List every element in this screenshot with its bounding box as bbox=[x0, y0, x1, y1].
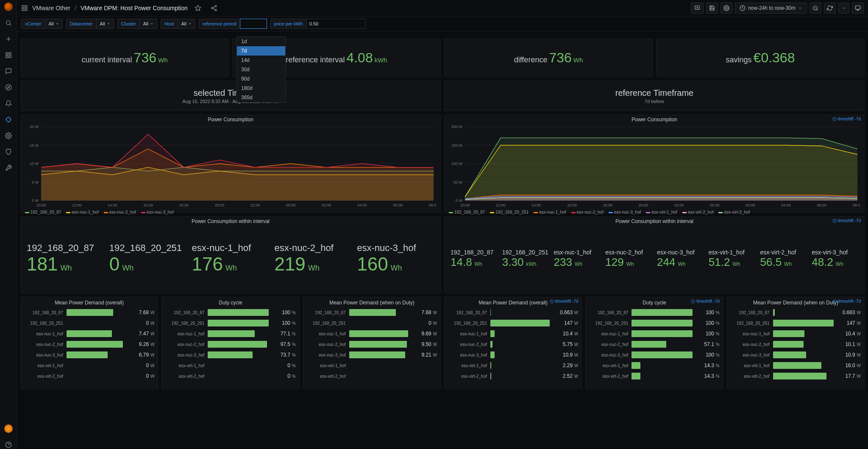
svg-text:22:00: 22:00 bbox=[674, 203, 684, 207]
price-input[interactable] bbox=[306, 19, 366, 29]
panel-interval-left[interactable]: Power Consumption within interval 192_16… bbox=[20, 216, 441, 293]
breadcrumb-root[interactable]: VMware Other bbox=[32, 5, 70, 11]
panel-selected-timeframe[interactable]: selected Timeframe Aug 15, 2022 8:32 AM … bbox=[20, 81, 441, 111]
var-price[interactable]: price per kWh bbox=[270, 19, 366, 29]
reference-period-input[interactable] bbox=[240, 19, 267, 29]
zoom-out-button[interactable] bbox=[810, 3, 821, 14]
save-button[interactable] bbox=[706, 3, 718, 14]
panel-power-consumption-right[interactable]: Power Consumption timeshift -7d 0 W50 W1… bbox=[444, 114, 865, 213]
bar-panel[interactable]: timeshift -7dMean Power Demand (when on … bbox=[727, 297, 865, 389]
svg-line-27 bbox=[213, 6, 215, 8]
share-icon[interactable] bbox=[208, 3, 220, 14]
dropdown-option[interactable]: 7d bbox=[237, 46, 285, 56]
star-icon[interactable] bbox=[192, 3, 204, 14]
legend-item[interactable]: esx-virt-3_hof bbox=[718, 210, 750, 215]
dropdown-option[interactable]: 90d bbox=[237, 74, 285, 84]
bar-panel[interactable]: timeshift -7dMean Power Demand (overall)… bbox=[444, 297, 582, 389]
svg-text:5 W: 5 W bbox=[32, 180, 39, 184]
legend-item[interactable]: esx-virt-2_hof bbox=[682, 210, 714, 215]
var-cluster[interactable]: Cluster All bbox=[117, 19, 157, 29]
reference-period-dropdown[interactable]: 1d7d14d30d90d180d365d bbox=[236, 36, 286, 103]
var-host[interactable]: Host All bbox=[161, 19, 195, 29]
svg-point-31 bbox=[726, 7, 727, 9]
bar-item: esx-virt-2_hof bbox=[307, 373, 437, 379]
bar-item: esx-virt-2_hof 17.7 W bbox=[731, 373, 861, 379]
legend-item[interactable]: 192_168_20_87 bbox=[25, 210, 61, 215]
legend-item[interactable]: esx-nuc-1_hof bbox=[66, 210, 98, 215]
bar-item: esx-nuc-1_hof 100 % bbox=[589, 330, 719, 337]
bar-item: esx-nuc-2_hof 5.75 W bbox=[448, 341, 578, 348]
svg-text:18:00: 18:00 bbox=[603, 203, 612, 207]
svg-line-26 bbox=[213, 8, 215, 10]
var-datacenter[interactable]: Datacenter All bbox=[66, 19, 114, 29]
help-icon[interactable] bbox=[4, 441, 13, 449]
interval-cell: esx-nuc-3_hof 244Wh bbox=[654, 225, 706, 292]
bar-panel[interactable]: Mean Power Demand (when on Duty) 192_168… bbox=[303, 297, 441, 389]
svg-rect-7 bbox=[9, 56, 11, 58]
legend-item[interactable]: esx-nuc-2_hof bbox=[104, 210, 136, 215]
timeshift-badge: timeshift -7d bbox=[832, 299, 861, 304]
legend-item[interactable]: esx-nuc-3_hof bbox=[141, 210, 173, 215]
svg-text:10 W: 10 W bbox=[30, 162, 39, 166]
timeshift-badge: timeshift -7d bbox=[832, 117, 861, 121]
svg-text:16:00: 16:00 bbox=[567, 203, 577, 207]
dropdown-option[interactable]: 1d bbox=[237, 37, 285, 46]
svg-rect-6 bbox=[6, 56, 8, 58]
legend-item[interactable]: 192_168_20_251 bbox=[490, 210, 529, 215]
dropdown-option[interactable]: 14d bbox=[237, 56, 285, 65]
dropdown-option[interactable]: 180d bbox=[237, 84, 285, 93]
stat-savings[interactable]: savings€0.368 bbox=[656, 38, 865, 77]
dropdown-option[interactable]: 365d bbox=[237, 93, 285, 102]
shield-icon[interactable] bbox=[4, 148, 13, 156]
plus-icon[interactable] bbox=[4, 35, 13, 43]
legend-item[interactable]: esx-nuc-2_hof bbox=[571, 210, 604, 215]
legend-item[interactable]: 192_168_20_87 bbox=[449, 210, 485, 215]
wrench-icon[interactable] bbox=[4, 164, 13, 172]
legend-item[interactable]: esx-nuc-1_hof bbox=[534, 210, 566, 215]
svg-point-8 bbox=[6, 84, 11, 90]
add-panel-button[interactable] bbox=[691, 3, 704, 14]
var-vcenter[interactable]: vCenter All bbox=[21, 19, 63, 29]
svg-rect-4 bbox=[6, 53, 8, 55]
panel-power-consumption-left[interactable]: Power Consumption 0 W5 W10 W15 W20 W10:0… bbox=[20, 114, 441, 213]
refresh-button[interactable] bbox=[824, 3, 836, 14]
stat-current-interval[interactable]: current interval736Wh bbox=[20, 38, 229, 77]
legend-item[interactable]: esx-nuc-3_hof bbox=[609, 210, 641, 215]
bar-item: esx-nuc-2_hof 10.1 W bbox=[731, 341, 861, 348]
grafana-logo[interactable] bbox=[4, 3, 13, 11]
gear-icon[interactable] bbox=[4, 131, 13, 140]
svg-rect-19 bbox=[25, 6, 27, 8]
time-picker[interactable]: now-24h to now-30m bbox=[735, 3, 807, 14]
search-icon[interactable] bbox=[4, 19, 13, 27]
bar-panel[interactable]: timeshift -7dDuty cycle 192_168_20_87 10… bbox=[585, 297, 723, 389]
var-bar: vCenter All Datacenter All Cluster All H… bbox=[17, 16, 868, 31]
dashboard-grid-icon bbox=[21, 5, 28, 11]
bar-item: esx-nuc-2_hof 9.26 W bbox=[24, 341, 154, 348]
bar-item: esx-virt-1_hof 14.3 % bbox=[589, 362, 719, 369]
legend-item[interactable]: esx-virt-1_hof bbox=[646, 210, 677, 215]
bar-item: esx-virt-1_hof 0 % bbox=[165, 362, 295, 369]
avatar[interactable] bbox=[4, 424, 13, 433]
refresh-interval-button[interactable] bbox=[838, 3, 849, 14]
monitor-icon[interactable] bbox=[852, 3, 864, 14]
comment-icon[interactable] bbox=[4, 67, 13, 75]
svg-text:20:00: 20:00 bbox=[639, 203, 648, 207]
bar-item: esx-nuc-1_hof 10.4 W bbox=[448, 330, 578, 337]
panel-interval-right[interactable]: Power Consumption within interval timesh… bbox=[444, 216, 865, 293]
bar-item: esx-virt-1_hof 0 W bbox=[24, 362, 154, 369]
active-crosshair-icon[interactable] bbox=[4, 115, 13, 124]
stat-difference[interactable]: difference736Wh bbox=[444, 38, 653, 77]
dropdown-option[interactable]: 30d bbox=[237, 65, 285, 74]
settings-button[interactable] bbox=[721, 3, 732, 14]
bar-panel[interactable]: Duty cycle 192_168_20_87 100 % 192_168_2… bbox=[161, 297, 299, 389]
panel-reference-timeframe[interactable]: reference Timeframe 7d before bbox=[444, 81, 865, 111]
alert-icon[interactable] bbox=[4, 99, 13, 108]
bar-item: esx-nuc-2_hof 97.5 % bbox=[165, 341, 295, 348]
var-reference-period[interactable]: reference period bbox=[199, 19, 267, 29]
bar-item: 192_168_20_251 100 % bbox=[589, 320, 719, 326]
explore-icon[interactable] bbox=[4, 83, 13, 92]
bar-item: esx-nuc-2_hof 9.50 W bbox=[307, 341, 437, 348]
dashboards-icon[interactable] bbox=[4, 51, 13, 59]
svg-rect-21 bbox=[25, 8, 27, 11]
bar-panel[interactable]: Mean Power Demand (overall) 192_168_20_8… bbox=[20, 297, 158, 389]
